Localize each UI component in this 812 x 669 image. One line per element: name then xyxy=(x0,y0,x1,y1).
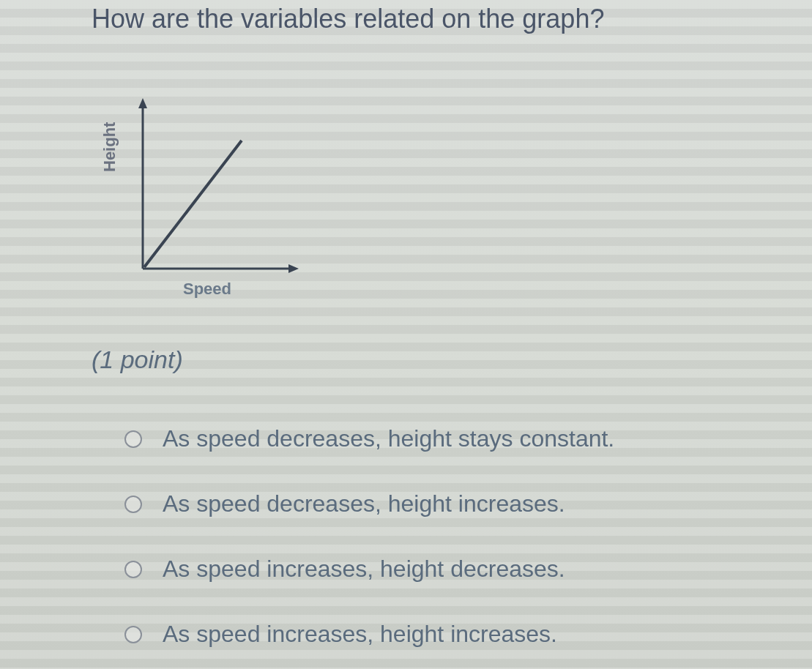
radio-button[interactable] xyxy=(124,626,142,643)
graph-container: Height Speed xyxy=(110,97,300,302)
svg-line-4 xyxy=(144,141,242,267)
svg-marker-1 xyxy=(138,98,147,108)
radio-button[interactable] xyxy=(124,561,142,578)
option-text: As speed increases, height increases. xyxy=(163,621,557,648)
option-row[interactable]: As speed decreases, height stays constan… xyxy=(124,425,812,452)
option-text: As speed increases, height decreases. xyxy=(163,556,565,583)
graph-svg xyxy=(135,97,304,280)
options-container: As speed decreases, height stays constan… xyxy=(124,425,812,648)
y-axis-label: Height xyxy=(100,122,119,172)
x-axis-label: Speed xyxy=(183,280,231,299)
svg-marker-3 xyxy=(288,264,299,273)
radio-button[interactable] xyxy=(124,430,142,448)
option-row[interactable]: As speed decreases, height increases. xyxy=(124,490,812,517)
option-row[interactable]: As speed increases, height increases. xyxy=(124,621,812,648)
option-text: As speed decreases, height stays constan… xyxy=(163,425,614,452)
radio-button[interactable] xyxy=(124,496,142,513)
option-row[interactable]: As speed increases, height decreases. xyxy=(124,556,812,583)
points-label: (1 point) xyxy=(92,345,812,374)
option-text: As speed decreases, height increases. xyxy=(163,490,565,517)
question-text: How are the variables related on the gra… xyxy=(92,0,812,34)
